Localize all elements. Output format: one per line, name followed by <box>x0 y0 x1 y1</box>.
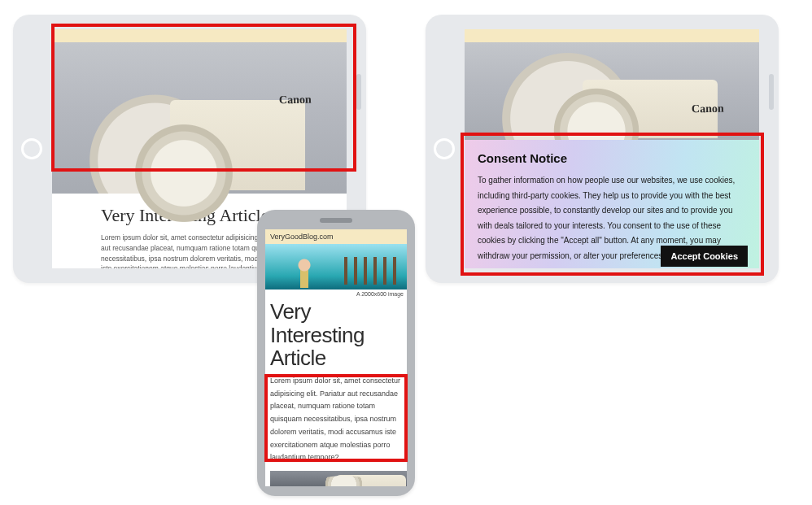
tablet-home-button[interactable] <box>434 138 455 159</box>
site-top-bar <box>465 29 759 42</box>
article-title: Very Interesting Article <box>265 298 407 375</box>
image-caption: A 2000x600 image <box>265 290 407 298</box>
tablet-side-button[interactable] <box>356 74 361 110</box>
phone-screen: VeryGoodBlog.com A 2000x600 image Very I… <box>265 229 407 486</box>
site-name-bar[interactable]: VeryGoodBlog.com <box>265 229 407 244</box>
article-hero-image: Canon <box>465 42 759 140</box>
tablet-right: Canon Consent Notice To gather informati… <box>426 15 779 283</box>
article-hero-image <box>265 244 407 290</box>
tablet-side-button[interactable] <box>769 74 774 110</box>
hero-brand-label: Canon <box>279 94 312 107</box>
phone-speaker <box>320 218 352 223</box>
article-hero-image: Canon <box>52 42 347 194</box>
tablet-home-button[interactable] <box>21 138 42 159</box>
consent-notice-panel: Consent Notice To gather information on … <box>465 140 759 268</box>
accept-cookies-button[interactable]: Accept Cookies <box>661 246 748 267</box>
hero-brand-label: Canon <box>692 102 724 116</box>
phone-device: VeryGoodBlog.com A 2000x600 image Very I… <box>257 210 415 496</box>
consent-notice-title: Consent Notice <box>478 151 746 165</box>
site-top-bar <box>52 29 347 42</box>
article-paragraph: Lorem ipsum dolor sit, amet consectetur … <box>265 375 407 464</box>
article-secondary-image <box>270 471 407 486</box>
tablet-right-screen: Canon Consent Notice To gather informati… <box>465 29 759 268</box>
